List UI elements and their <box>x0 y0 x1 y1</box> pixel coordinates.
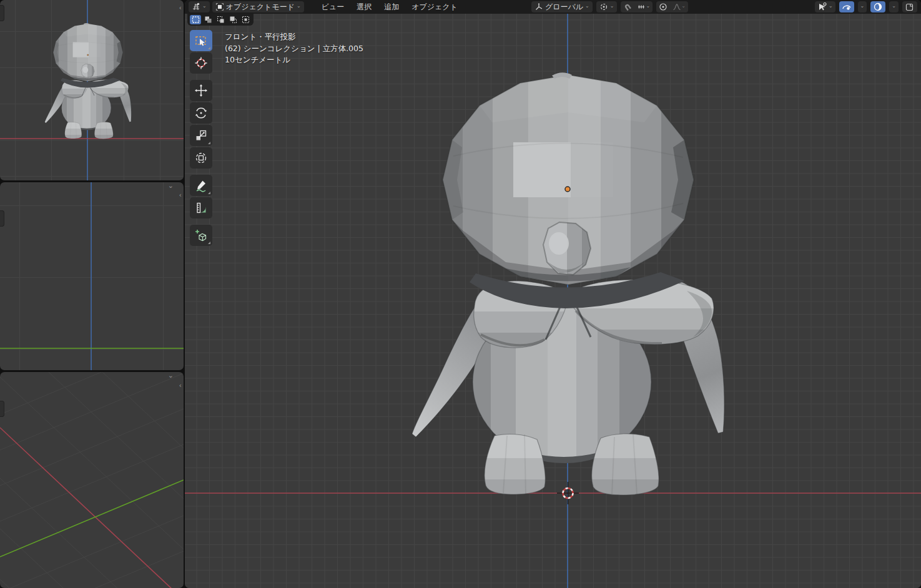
chevron-down-icon: ⌄ <box>646 4 650 9</box>
rotate-icon <box>194 106 208 120</box>
editor-type-button[interactable]: ⌄ <box>189 1 210 12</box>
shading-solid-button[interactable] <box>902 1 917 12</box>
falloff-curve-icon <box>672 2 681 11</box>
falloff-selector[interactable]: ⌄ <box>670 1 688 12</box>
viewport-perspective-canvas <box>0 372 184 588</box>
viewport-toggles: ⌄ ⌄ <box>815 1 917 12</box>
annotate-icon <box>194 179 208 192</box>
select-subtract-icon <box>217 16 225 24</box>
snapping-group: ⌄ <box>621 1 653 12</box>
show-overlays-dropdown[interactable]: ⌄ <box>858 1 867 12</box>
select-set-icon <box>192 16 200 24</box>
viewport-shading-dropdown[interactable]: ⌄ <box>889 1 899 12</box>
select-invert-icon <box>229 16 237 24</box>
snap-increment-icon <box>637 2 646 11</box>
select-intersect-icon <box>242 16 250 24</box>
snap-target-button[interactable]: ⌄ <box>634 1 653 12</box>
select-mode-extend[interactable] <box>202 15 214 24</box>
select-mode-subtract[interactable] <box>215 15 226 24</box>
perspective-grid <box>0 372 184 588</box>
menu-view[interactable]: ビュー <box>315 0 351 14</box>
y-axis-line <box>0 480 184 557</box>
menu-add[interactable]: 追加 <box>378 0 405 14</box>
chevron-down-icon: ⌄ <box>860 4 865 9</box>
viewport-shading-icon <box>873 2 883 12</box>
tool-annotate[interactable] <box>190 175 212 196</box>
orientation-label: グローバル <box>545 2 583 12</box>
toolbar-toggle-tab[interactable] <box>0 210 4 227</box>
chevron-down-icon: ⌄ <box>585 4 589 9</box>
menu-object[interactable]: オブジェクト <box>405 0 464 14</box>
cursor-tool-icon <box>194 56 208 70</box>
active-object-label: (62) シーンコレクション | 立方体.005 <box>225 43 363 55</box>
editor-3d-viewport-icon <box>192 2 200 11</box>
pivot-point-icon <box>599 2 608 11</box>
chevron-down-icon: ⌄ <box>829 4 833 9</box>
header-toggle-chevron[interactable]: ⌄ <box>168 182 174 189</box>
show-gizmos-icon <box>817 2 827 12</box>
proportional-editing-icon <box>659 2 667 11</box>
toolbar-toggle-tab[interactable] <box>0 401 4 417</box>
viewport-front-canvas <box>0 0 184 180</box>
sidebar-toggle-chevron[interactable]: ‹ <box>179 382 182 389</box>
tool-shelf <box>190 30 212 246</box>
show-gizmos-button[interactable]: ⌄ <box>815 1 835 12</box>
viewport-side[interactable]: ⌄ ‹ <box>0 182 184 370</box>
tool-select-box[interactable] <box>190 30 212 51</box>
chevron-down-icon: ⌄ <box>202 4 207 9</box>
viewport-scene <box>185 14 921 588</box>
select-extend-icon <box>204 16 212 24</box>
viewport-header: ⌄ オブジェクトモード ⌄ ビュー 選択 追加 オブジェクト <box>185 0 921 14</box>
mode-label: オブジェクトモード <box>226 2 295 12</box>
chevron-down-icon: ⌄ <box>610 4 614 9</box>
cursor-3d <box>557 482 579 504</box>
blender-window: ‹ ⌄ ‹ <box>0 0 921 588</box>
viewport-front[interactable]: ‹ <box>0 0 184 180</box>
select-mode-intersect[interactable] <box>240 15 251 24</box>
select-mode-set[interactable] <box>190 15 201 24</box>
select-box-icon <box>194 34 208 47</box>
object-mode-icon <box>215 2 224 11</box>
pivot-point-button[interactable]: ⌄ <box>596 1 618 12</box>
chevron-down-icon: ⌄ <box>892 4 896 9</box>
tool-cursor[interactable] <box>190 52 212 74</box>
transform-icon <box>194 151 208 165</box>
main-3d-viewport-area: ⌄ オブジェクトモード ⌄ ビュー 選択 追加 オブジェクト <box>185 0 921 588</box>
snap-toggle-button[interactable] <box>621 1 634 12</box>
tool-scale[interactable] <box>190 125 212 146</box>
add-cube-icon <box>194 228 208 242</box>
header-toggle-chevron[interactable]: ⌄ <box>168 372 174 379</box>
viewport-info-text: フロント・平行投影 (62) シーンコレクション | 立方体.005 10センチ… <box>225 31 363 66</box>
tool-rotate[interactable] <box>190 102 212 124</box>
menu-bar: ビュー 選択 追加 オブジェクト <box>315 0 464 14</box>
orientation-global-icon <box>534 2 543 11</box>
proportional-edit-toggle[interactable] <box>656 1 670 12</box>
menu-select[interactable]: 選択 <box>350 0 378 14</box>
grid-scale-label: 10センチメートル <box>225 54 363 66</box>
scale-icon <box>194 129 208 142</box>
tool-transform[interactable] <box>190 147 212 169</box>
tool-move[interactable] <box>190 80 212 101</box>
left-viewport-column: ‹ ⌄ ‹ <box>0 0 184 588</box>
measure-icon <box>194 201 208 215</box>
sidebar-toggle-chevron[interactable]: ‹ <box>179 4 182 11</box>
snap-magnet-icon <box>623 2 632 11</box>
chevron-down-icon: ⌄ <box>681 4 686 9</box>
select-mode-invert[interactable] <box>227 15 239 24</box>
viewport-shading-button[interactable] <box>870 1 885 12</box>
viewport-side-canvas <box>0 182 184 370</box>
proportional-editing-group: ⌄ <box>656 1 688 12</box>
select-mode-settings <box>187 14 254 26</box>
transform-controls: グローバル ⌄ ⌄ <box>531 1 688 12</box>
tool-measure[interactable] <box>190 197 212 218</box>
tool-add-cube[interactable] <box>190 225 212 246</box>
chevron-down-icon: ⌄ <box>297 4 301 9</box>
viewport-canvas[interactable]: フロント・平行投影 (62) シーンコレクション | 立方体.005 10センチ… <box>185 14 921 588</box>
mode-selector[interactable]: オブジェクトモード ⌄ <box>212 1 304 12</box>
viewport-perspective[interactable]: ⌄ ‹ <box>0 372 184 588</box>
toolbar-toggle-tab[interactable] <box>0 5 4 21</box>
sidebar-toggle-chevron[interactable]: ‹ <box>179 192 182 198</box>
transform-orientation-button[interactable]: グローバル ⌄ <box>531 1 593 12</box>
shading-solid-icon <box>905 2 915 12</box>
show-overlays-button[interactable] <box>839 1 854 12</box>
